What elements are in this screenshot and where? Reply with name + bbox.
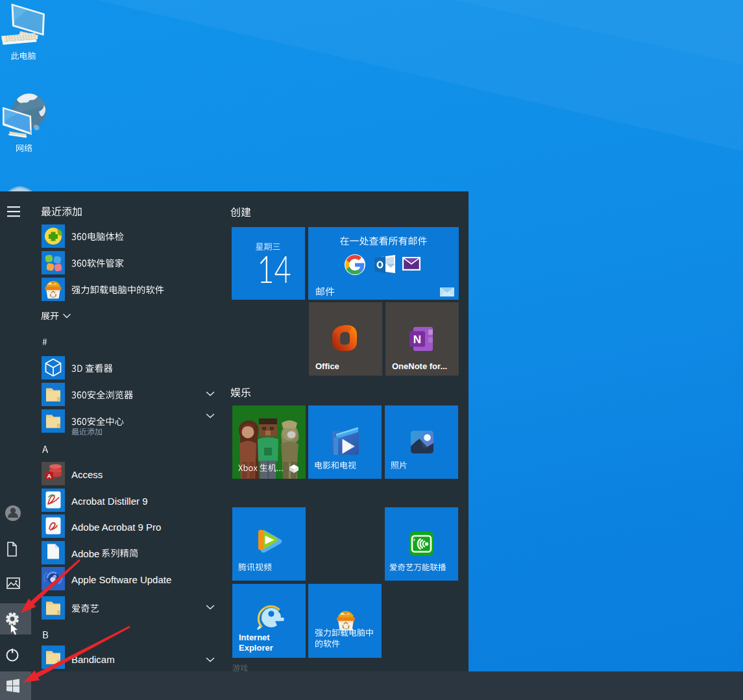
svg-text:A: A [47,473,51,479]
svg-text:N: N [413,333,421,346]
